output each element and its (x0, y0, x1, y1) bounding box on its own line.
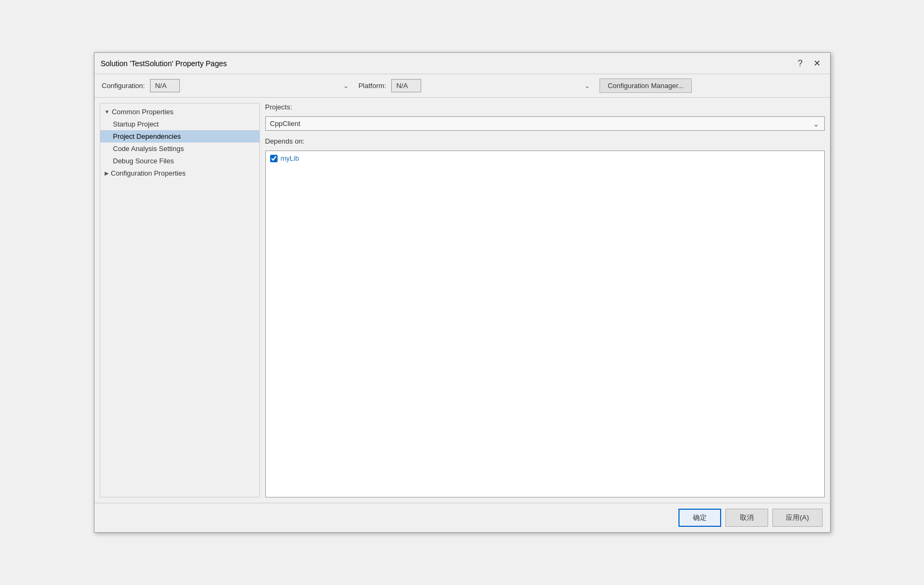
projects-label: Projects: (265, 103, 825, 111)
configuration-label: Configuration: (102, 82, 145, 90)
sidebar-item-label-code-analysis-settings: Code Analysis Settings (113, 145, 184, 153)
ok-button[interactable]: 确定 (678, 509, 721, 527)
config-bar: Configuration: N/A Platform: N/A Configu… (94, 74, 830, 98)
footer: 确定 取消 应用(A) (94, 503, 830, 532)
sidebar-item-debug-source-files[interactable]: Debug Source Files (100, 155, 259, 167)
platform-label: Platform: (358, 82, 386, 90)
configuration-select-wrapper: N/A (150, 79, 353, 92)
right-panel: Projects: CppClient Depends on: myLib (265, 103, 825, 497)
platform-select-wrapper: N/A (391, 79, 594, 92)
apply-button[interactable]: 应用(A) (772, 509, 822, 527)
tree-arrow-configuration-properties: ▶ (105, 170, 109, 176)
projects-dropdown[interactable]: CppClient (265, 116, 825, 131)
sidebar-item-label-common-properties: Common Properties (112, 108, 173, 116)
sidebar-item-project-dependencies[interactable]: Project Dependencies (100, 130, 259, 143)
sidebar-item-label-project-dependencies: Project Dependencies (113, 132, 181, 140)
depends-item-label-mylib: myLib (281, 154, 299, 162)
depends-on-label: Depends on: (265, 137, 825, 145)
depends-item-mylib[interactable]: myLib (268, 153, 822, 163)
sidebar-item-label-startup-project: Startup Project (113, 120, 159, 128)
property-pages-dialog: Solution 'TestSolution' Property Pages ?… (94, 52, 831, 533)
title-bar: Solution 'TestSolution' Property Pages ?… (94, 53, 830, 74)
sidebar-item-label-debug-source-files: Debug Source Files (113, 157, 174, 165)
platform-select[interactable]: N/A (391, 79, 421, 92)
sidebar-item-common-properties[interactable]: ▼Common Properties (100, 106, 259, 118)
main-content: ▼Common PropertiesStartup ProjectProject… (94, 98, 830, 503)
help-button[interactable]: ? (795, 58, 806, 69)
sidebar-item-label-configuration-properties: Configuration Properties (111, 169, 186, 177)
sidebar-item-startup-project[interactable]: Startup Project (100, 118, 259, 130)
close-button[interactable]: ✕ (810, 57, 824, 69)
depends-checkbox-mylib[interactable] (270, 155, 278, 162)
sidebar-item-code-analysis-settings[interactable]: Code Analysis Settings (100, 143, 259, 155)
projects-dropdown-wrapper: CppClient (265, 116, 825, 131)
cancel-button[interactable]: 取消 (725, 509, 768, 527)
configuration-select[interactable]: N/A (150, 79, 180, 92)
sidebar: ▼Common PropertiesStartup ProjectProject… (100, 103, 260, 497)
sidebar-item-configuration-properties[interactable]: ▶Configuration Properties (100, 167, 259, 179)
title-bar-buttons: ? ✕ (795, 57, 824, 69)
tree-arrow-common-properties: ▼ (105, 109, 110, 115)
config-manager-button[interactable]: Configuration Manager... (599, 78, 691, 93)
depends-list: myLib (265, 151, 825, 497)
dialog-title: Solution 'TestSolution' Property Pages (101, 59, 227, 68)
